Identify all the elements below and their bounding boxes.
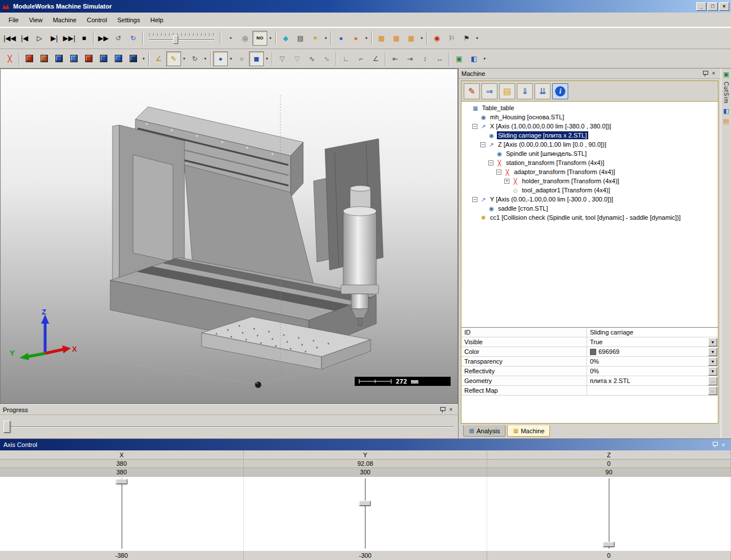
measure-length-button[interactable]: ⇥ xyxy=(403,51,417,66)
dropdown-arrow-button[interactable]: ▼ xyxy=(363,31,369,46)
dropdown-arrow-button[interactable]: ▼ xyxy=(708,367,717,376)
tree-expand-box[interactable]: − xyxy=(472,124,477,129)
x-axis-slider-handle[interactable] xyxy=(116,479,127,484)
stock-transparent-button[interactable]: ▦ xyxy=(404,31,419,46)
view-top-button[interactable] xyxy=(96,51,111,66)
tree-expand-box[interactable]: − xyxy=(488,160,493,166)
flag-outline-button[interactable]: ⚐ xyxy=(444,31,459,46)
y-axis-slider[interactable] xyxy=(244,477,488,550)
measure-width-button[interactable]: ⇤ xyxy=(388,51,403,66)
y-axis-slider-handle[interactable] xyxy=(359,501,371,506)
dropdown-arrow-button[interactable]: ▼ xyxy=(228,51,234,66)
screenshot-button[interactable]: ▣ xyxy=(452,51,467,66)
flag-solid-button[interactable]: ⚑ xyxy=(459,31,474,46)
cutsim-tool-icon[interactable]: ▤ xyxy=(723,118,729,124)
tree-item[interactable]: −↗X [Axis (1.00,0.00,0.00 lim [-380.0 , … xyxy=(461,122,718,131)
tab-machine[interactable]: ▦Machine xyxy=(507,425,550,437)
dropdown-arrow-button[interactable]: ▼ xyxy=(708,338,717,347)
go-to-end-button[interactable]: ▶▶| xyxy=(62,31,77,46)
toolpath-curve-button[interactable]: ∿ xyxy=(304,51,319,66)
view-front-button[interactable] xyxy=(37,51,51,66)
close-icon[interactable]: × xyxy=(447,406,455,413)
dropdown-arrow-button[interactable]: ▼ xyxy=(419,31,425,46)
gauge-speed-button[interactable]: ◎ xyxy=(238,31,252,46)
restore-button[interactable]: □ xyxy=(708,2,718,11)
marker-pin-button[interactable]: ◉ xyxy=(429,31,444,46)
pin-icon[interactable] xyxy=(701,70,709,77)
menu-view[interactable]: View xyxy=(24,14,48,26)
tree-expand-box[interactable]: − xyxy=(472,197,477,202)
coolant-on-button[interactable]: ▽ xyxy=(290,51,304,66)
play-button[interactable]: ▷ xyxy=(32,31,47,46)
menu-settings[interactable]: Settings xyxy=(112,14,145,26)
no-speed-limit-button[interactable]: NO xyxy=(252,31,267,46)
tree-item[interactable]: ◇tool_adaptor1 [Transform (4x4)] xyxy=(461,186,718,195)
dropdown-arrow-button[interactable]: ▼ xyxy=(140,51,147,66)
tab-analysis[interactable]: ▩Analysis xyxy=(463,425,505,437)
property-value[interactable]: Sliding carriage xyxy=(587,328,718,337)
world-view-button[interactable]: ● xyxy=(334,31,348,46)
step-forward-button[interactable]: ▶| xyxy=(47,31,62,46)
dropdown-arrow-button[interactable]: ▼ xyxy=(202,51,208,66)
machine-info-button[interactable]: i xyxy=(552,83,568,99)
dropdown-arrow-button[interactable]: ▼ xyxy=(323,31,329,46)
wireframe-view-button[interactable]: ○ xyxy=(234,51,249,66)
progress-slider-track[interactable] xyxy=(3,426,453,428)
progress-slider-handle[interactable] xyxy=(3,421,10,433)
dropdown-arrow-button[interactable]: ▼ xyxy=(181,51,187,66)
tree-expand-box[interactable]: + xyxy=(504,179,509,184)
corner-radius-button[interactable]: ⌐ xyxy=(354,51,368,66)
view-left-button[interactable] xyxy=(66,51,81,66)
refresh-simulation-button[interactable]: ↻ xyxy=(126,31,140,46)
stop-button[interactable]: ■ xyxy=(77,31,91,46)
tree-expand-box[interactable]: − xyxy=(480,142,485,147)
dropdown-arrow-button[interactable]: ▼ xyxy=(481,51,488,66)
dropdown-arrow-button[interactable]: ▼ xyxy=(708,348,717,356)
cutsim-shade-icon[interactable]: ▣ xyxy=(723,71,729,78)
stock-solid-button[interactable]: ▦ xyxy=(389,31,404,46)
cutsim-palette-icon[interactable]: ◧ xyxy=(723,108,729,114)
z-axis-slider[interactable] xyxy=(487,477,731,550)
tree-item[interactable]: ◉Sliding carriage [плита x 2.STL] xyxy=(461,131,718,140)
tree-item[interactable]: −╳adaptor_transform [Transform (4x4)] xyxy=(461,167,718,176)
close-icon[interactable]: × xyxy=(709,70,718,77)
material-sphere-button[interactable]: ● xyxy=(348,31,363,46)
measure-distance-button[interactable]: ↔ xyxy=(432,51,447,66)
tree-item[interactable]: −╳station_transform [Transform (4x4)] xyxy=(461,158,718,167)
render-export-button[interactable]: ◧ xyxy=(467,51,481,66)
slider-handle[interactable] xyxy=(173,35,178,44)
keyboard-control-button[interactable]: ▤ xyxy=(293,31,308,46)
ellipsis-button[interactable]: … xyxy=(708,386,717,395)
property-value[interactable]: 0%▼ xyxy=(587,366,718,376)
tree-item[interactable]: ✱cc1 [Collision check (Spindle unit, too… xyxy=(461,213,718,222)
view-bottom-button[interactable] xyxy=(111,51,126,66)
machine-3d-view[interactable]: Z X Y 272 mm xyxy=(0,69,458,404)
load-machine-button[interactable]: ⇒ xyxy=(481,83,497,99)
machine-settings-button[interactable]: ✶ xyxy=(308,31,323,46)
solid-view-button[interactable]: ◼ xyxy=(249,51,264,66)
step-back-button[interactable]: |◀ xyxy=(17,31,32,46)
dropdown-arrow-button[interactable]: ▼ xyxy=(267,31,274,46)
dropdown-arrow-button[interactable]: ▼ xyxy=(264,51,270,66)
close-button[interactable]: × xyxy=(719,2,729,11)
property-value[interactable]: True▼ xyxy=(587,337,718,347)
transform-move-button[interactable]: ╳ xyxy=(2,51,17,66)
simulation-restart-button[interactable]: ↺ xyxy=(111,31,126,46)
tree-item[interactable]: ◉mh_Housing [основа.STL] xyxy=(461,112,718,122)
view-right-button[interactable] xyxy=(81,51,96,66)
ellipsis-button[interactable]: … xyxy=(708,377,717,385)
minimize-button[interactable]: _ xyxy=(696,2,706,11)
measure-edit-button[interactable]: ✎ xyxy=(166,51,181,66)
z-axis-slider-handle[interactable] xyxy=(603,542,614,547)
gem-quality-button[interactable]: ◆ xyxy=(278,31,293,46)
tree-item[interactable]: ◉Spindle unit [шпиндель.STL] xyxy=(461,149,718,158)
toolpath-curve2-button[interactable]: ∿ xyxy=(319,51,334,66)
shaded-view-button[interactable]: ● xyxy=(213,51,228,66)
view-back-button[interactable] xyxy=(51,51,66,66)
tree-item[interactable]: +╳holder_transform [Transform (4x4)] xyxy=(461,176,718,186)
measure-angle-button[interactable]: ∠ xyxy=(151,51,166,66)
stock-wireframe-button[interactable]: ▦ xyxy=(374,31,389,46)
menu-control[interactable]: Control xyxy=(82,14,112,26)
property-value[interactable]: 0%▼ xyxy=(587,357,718,366)
open-machine-folder-button[interactable]: ▤ xyxy=(499,83,515,99)
